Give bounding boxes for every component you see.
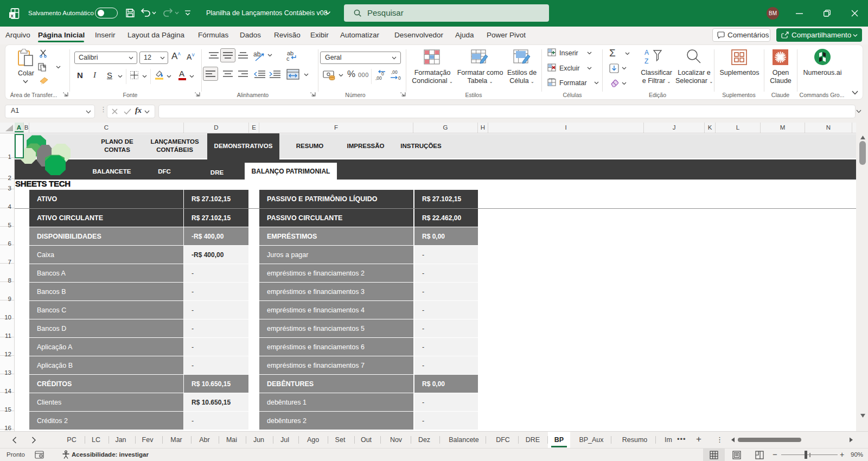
- svg-text:Z: Z: [644, 57, 648, 65]
- svg-text:,00: ,00: [375, 75, 382, 80]
- svg-text:0: 0: [398, 75, 401, 80]
- svg-text:A: A: [644, 49, 649, 56]
- svg-text:c: c: [286, 55, 290, 62]
- svg-text:x: x: [11, 12, 14, 18]
- svg-text:,00: ,00: [391, 69, 398, 75]
